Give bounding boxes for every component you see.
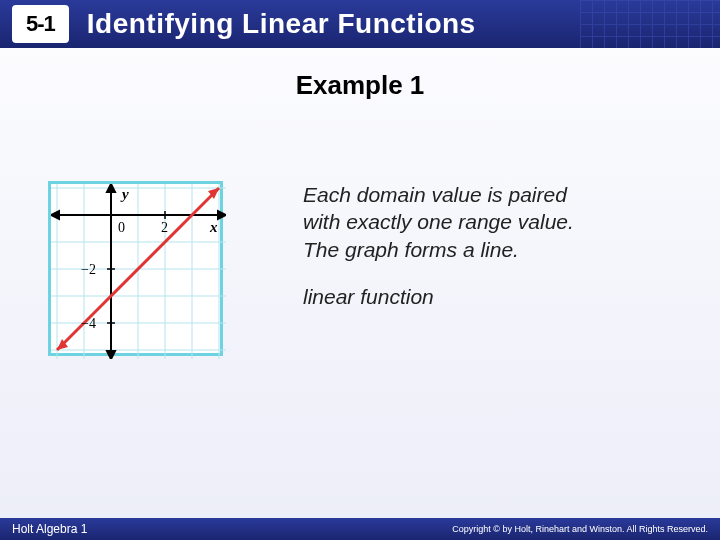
x-axis-label: x: [209, 219, 218, 235]
origin-label: 0: [118, 220, 125, 235]
header-grid-decoration: [580, 0, 720, 48]
graph-plot: y x 0 2 −2 −4: [48, 181, 223, 356]
slide-title: Identifying Linear Functions: [87, 8, 476, 40]
example-heading: Example 1: [0, 70, 720, 101]
svg-marker-18: [107, 184, 115, 192]
explanation-paragraph: Each domain value is paired with exactly…: [303, 181, 603, 263]
footer-book-title: Holt Algebra 1: [12, 522, 87, 536]
svg-marker-15: [218, 211, 226, 219]
y-axis-label: y: [120, 186, 129, 202]
section-number-badge: 5-1: [12, 5, 69, 43]
slide-footer: Holt Algebra 1 Copyright © by Holt, Rine…: [0, 518, 720, 540]
slide-header: 5-1 Identifying Linear Functions: [0, 0, 720, 48]
footer-copyright: Copyright © by Holt, Rinehart and Winsto…: [452, 524, 708, 534]
conclusion-text: linear function: [303, 283, 603, 310]
svg-marker-19: [107, 351, 115, 359]
svg-marker-16: [51, 211, 59, 219]
coordinate-plane-svg: y x 0 2 −2 −4: [51, 184, 226, 359]
y-tick-neg2: −2: [81, 262, 96, 277]
y-tick-neg4: −4: [81, 316, 96, 331]
content-row: y x 0 2 −2 −4 Each domain value is paire…: [0, 181, 720, 356]
x-tick-2: 2: [161, 220, 168, 235]
explanation-text: Each domain value is paired with exactly…: [303, 181, 603, 330]
